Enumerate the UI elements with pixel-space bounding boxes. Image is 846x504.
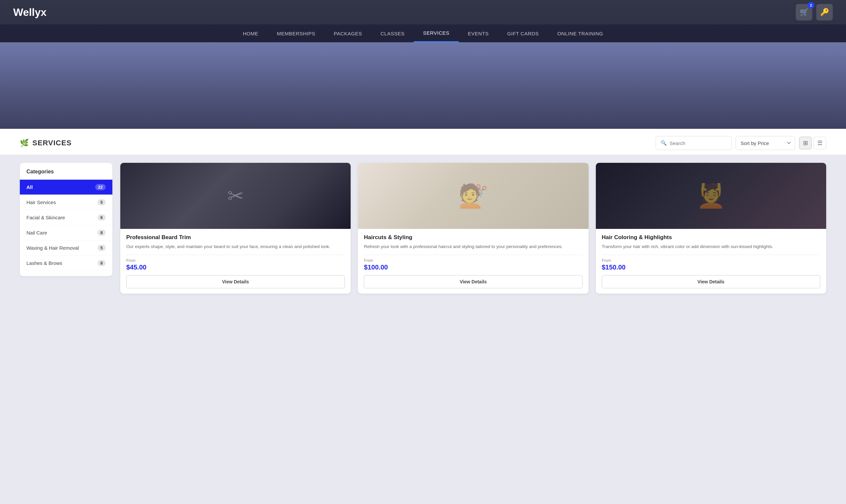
price-from-0: From [126,258,345,263]
price-from-1: From [364,258,582,263]
nav-classes[interactable]: CLASSES [371,24,414,42]
top-bar: Wellyx 🛒 2 🔑 [0,0,846,24]
category-hair-services-count: 5 [98,199,106,205]
category-hair-services-label: Hair Services [27,199,56,205]
nav-packages[interactable]: PACKAGES [324,24,371,42]
category-lashes-brows-count: 8 [98,260,106,266]
nav-gift-cards[interactable]: GIFT CARDS [498,24,548,42]
price-value-1: $100.00 [364,264,582,271]
price-value-2: $150.00 [602,264,820,271]
search-icon: 🔍 [660,140,667,146]
view-details-button-1[interactable]: View Details [364,275,582,288]
category-waxing[interactable]: Waxing & Hair Removal 5 [20,240,112,256]
category-nail-care-label: Nail Care [27,230,47,235]
card-body-0: Professional Beard Trim Our experts shap… [120,229,351,294]
top-actions: 🛒 2 🔑 [796,4,833,20]
login-icon: 🔑 [820,8,829,17]
card-title-0: Professional Beard Trim [126,234,345,241]
main-content: Categories All 22 Hair Services 5 Facial… [0,155,846,307]
category-facial-skincare[interactable]: Facial & Skincare 6 [20,210,112,225]
cart-icon: 🛒 [800,8,809,17]
service-card-0: Professional Beard Trim Our experts shap… [120,163,351,294]
card-title-1: Haircuts & Styling [364,234,582,241]
card-divider-0 [126,255,345,255]
list-view-button[interactable]: ☰ [814,137,826,149]
services-leaf-icon: 🌿 [20,139,29,147]
service-card-2: Hair Coloring & Highlights Transform you… [596,163,826,294]
card-desc-2: Transform your hair with rich, vibrant c… [602,244,820,250]
category-all-count: 22 [95,184,106,190]
cart-button[interactable]: 🛒 2 [796,4,812,20]
login-button[interactable]: 🔑 [816,4,833,20]
category-nail-care-count: 8 [98,230,106,236]
view-details-button-0[interactable]: View Details [126,275,345,288]
services-title-block: 🌿 SERVICES [20,139,72,147]
card-desc-1: Refresh your look with a professional ha… [364,244,582,250]
price-from-2: From [602,258,820,263]
search-box: 🔍 [656,136,732,150]
price-value-0: $45.00 [126,264,345,271]
card-image-2 [596,163,826,229]
brand-logo: Wellyx [13,6,796,18]
category-waxing-count: 5 [98,245,106,251]
card-divider-1 [364,255,582,255]
nav-home[interactable]: HOME [234,24,268,42]
category-lashes-brows[interactable]: Lashes & Brows 8 [20,256,112,271]
cart-badge: 2 [808,2,814,8]
list-icon: ☰ [817,139,823,147]
category-facial-skincare-label: Facial & Skincare [27,215,65,220]
card-image-0 [120,163,351,229]
nav-bar: HOME MEMBERSHIPS PACKAGES CLASSES SERVIC… [0,24,846,42]
search-input[interactable] [670,140,727,146]
sidebar: Categories All 22 Hair Services 5 Facial… [20,163,112,276]
services-top-bar: 🌿 SERVICES 🔍 Sort by PricePrice: Low to … [0,129,846,155]
card-body-2: Hair Coloring & Highlights Transform you… [596,229,826,294]
category-nail-care[interactable]: Nail Care 8 [20,225,112,240]
cards-grid: Professional Beard Trim Our experts shap… [120,163,826,294]
category-waxing-label: Waxing & Hair Removal [27,245,79,251]
header: Wellyx 🛒 2 🔑 HOME MEMBERSHIPS PACKAGES C… [0,0,846,129]
card-price-row-2: From $150.00 [602,258,820,271]
category-lashes-brows-label: Lashes & Brows [27,260,62,266]
nav-events[interactable]: EVENTS [459,24,498,42]
service-card-1: Haircuts & Styling Refresh your look wit… [358,163,588,294]
nav-online-training[interactable]: ONLINE TRAINING [548,24,612,42]
category-facial-skincare-count: 6 [98,214,106,221]
view-details-button-2[interactable]: View Details [602,275,820,288]
card-price-row-0: From $45.00 [126,258,345,271]
grid-icon: ⊞ [803,139,808,147]
card-image-1 [358,163,588,229]
card-desc-0: Our experts shape, style, and maintain y… [126,244,345,250]
card-body-1: Haircuts & Styling Refresh your look wit… [358,229,588,294]
view-toggle: ⊞ ☰ [799,137,826,149]
services-title-text: SERVICES [32,139,72,147]
category-all[interactable]: All 22 [20,180,112,195]
category-all-label: All [27,184,33,190]
nav-memberships[interactable]: MEMBERSHIPS [268,24,324,42]
card-price-row-1: From $100.00 [364,258,582,271]
grid-view-button[interactable]: ⊞ [799,137,812,149]
category-hair-services[interactable]: Hair Services 5 [20,195,112,210]
search-sort-row: 🔍 Sort by PricePrice: Low to HighPrice: … [656,136,826,150]
card-title-2: Hair Coloring & Highlights [602,234,820,241]
card-divider-2 [602,255,820,255]
categories-header: Categories [20,163,112,180]
sort-select[interactable]: Sort by PricePrice: Low to HighPrice: Hi… [736,136,795,150]
nav-services[interactable]: SERVICES [414,24,459,42]
